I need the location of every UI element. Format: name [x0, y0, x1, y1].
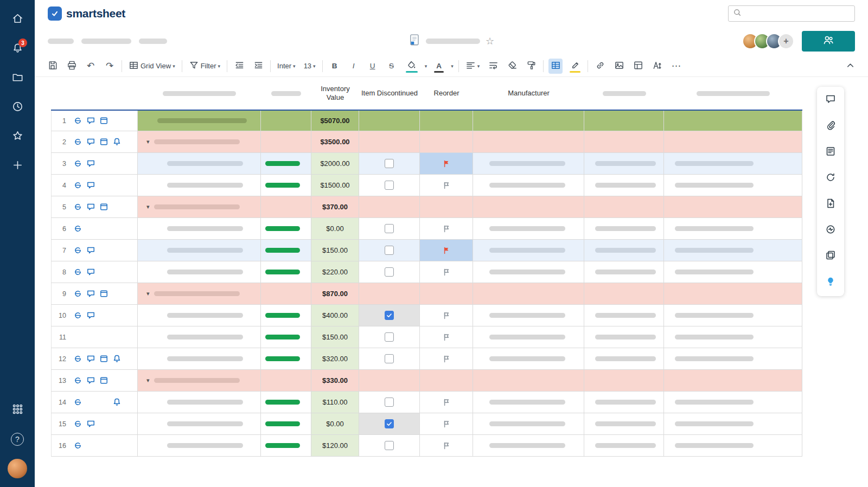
inventory-value-cell[interactable]: $110.00	[311, 392, 359, 413]
comment-icon[interactable]	[86, 181, 95, 190]
status-cell[interactable]	[261, 413, 311, 435]
discontinued-checkbox[interactable]	[385, 159, 394, 168]
proof-icon[interactable]	[99, 137, 108, 146]
primary-cell[interactable]	[138, 240, 261, 261]
collapse-row-icon[interactable]: ▾	[146, 290, 150, 297]
flag-outline-icon[interactable]	[442, 420, 451, 428]
bell-icon[interactable]	[112, 398, 122, 407]
fill-color-button[interactable]	[404, 59, 420, 74]
item-discontinued-cell[interactable]	[359, 175, 420, 196]
item-discontinued-cell[interactable]	[359, 131, 420, 153]
reorder-cell[interactable]	[420, 175, 473, 196]
comment-icon[interactable]	[86, 267, 95, 277]
conversations-button[interactable]	[825, 94, 837, 106]
primary-cell[interactable]: ▾	[138, 131, 261, 153]
collaborator-avatars[interactable]: +	[742, 33, 794, 49]
tips-button[interactable]	[825, 277, 837, 289]
row-header[interactable]: 6	[51, 218, 138, 240]
item-discontinued-cell[interactable]	[359, 283, 420, 305]
row-header[interactable]: 10	[51, 305, 138, 326]
inventory-value-cell[interactable]: $370.00	[311, 196, 359, 218]
attachment-icon[interactable]	[73, 159, 82, 168]
row-header[interactable]: 5	[51, 196, 138, 218]
extra-column-cell[interactable]	[584, 435, 664, 457]
bell-icon[interactable]	[112, 354, 122, 363]
column-header-manufacturer[interactable]: Manufacturer	[473, 89, 584, 98]
inventory-value-cell[interactable]: $870.00	[311, 283, 359, 305]
item-discontinued-cell[interactable]	[359, 435, 420, 457]
attachment-icon[interactable]	[73, 419, 82, 428]
clear-format-button[interactable]	[505, 59, 519, 74]
collapse-row-icon[interactable]: ▾	[146, 203, 150, 210]
insert-link-button[interactable]	[593, 59, 607, 74]
row-header[interactable]: 15	[51, 413, 138, 435]
apps-button[interactable]	[7, 399, 28, 421]
discontinued-checkbox[interactable]	[385, 441, 394, 450]
extra-column-cell[interactable]	[584, 175, 664, 196]
global-search[interactable]	[728, 5, 855, 22]
status-cell[interactable]	[261, 370, 311, 392]
sheet-title-redacted[interactable]	[426, 39, 480, 44]
status-cell[interactable]	[261, 240, 311, 261]
comment-icon[interactable]	[86, 289, 95, 298]
extra-column-cell[interactable]	[664, 326, 802, 348]
extra-column-cell[interactable]	[664, 131, 802, 153]
comment-icon[interactable]	[86, 159, 95, 168]
reorder-cell[interactable]	[420, 283, 473, 305]
card-layout-button[interactable]	[631, 59, 645, 74]
column-header-item-discontinued[interactable]: Item Discontinued	[359, 89, 420, 98]
row-header[interactable]: 7	[51, 240, 138, 261]
proofs-button[interactable]	[825, 146, 837, 158]
primary-cell[interactable]	[138, 392, 261, 413]
extra-column-cell[interactable]	[664, 175, 802, 196]
publish-button[interactable]	[825, 198, 837, 210]
discontinued-checkbox[interactable]	[385, 419, 394, 428]
column-header-inventory-value[interactable]: Inventory Value	[311, 85, 359, 102]
item-discontinued-cell[interactable]	[359, 261, 420, 283]
comment-icon[interactable]	[86, 376, 95, 385]
recents-button[interactable]	[7, 97, 28, 118]
discontinued-checkbox[interactable]	[385, 246, 394, 255]
align-button[interactable]: ▾	[464, 59, 482, 74]
primary-cell[interactable]	[138, 153, 261, 175]
reorder-cell[interactable]	[420, 413, 473, 435]
manufacturer-cell[interactable]	[473, 392, 584, 413]
column-header-status[interactable]	[261, 91, 311, 96]
extra-column-cell[interactable]	[664, 392, 802, 413]
inventory-value-cell[interactable]: $5070.00	[311, 111, 359, 131]
breadcrumb[interactable]	[48, 39, 167, 44]
manufacturer-cell[interactable]	[473, 240, 584, 261]
attachment-icon[interactable]	[73, 311, 82, 320]
extra-column-cell[interactable]	[584, 392, 664, 413]
item-discontinued-cell[interactable]	[359, 392, 420, 413]
redo-button[interactable]: ↷	[103, 59, 117, 74]
manufacturer-cell[interactable]	[473, 305, 584, 326]
item-discontinued-cell[interactable]	[359, 153, 420, 175]
extra-column-cell[interactable]	[584, 218, 664, 240]
inventory-value-cell[interactable]: $150.00	[311, 326, 359, 348]
comment-icon[interactable]	[86, 419, 95, 428]
attachment-icon[interactable]	[73, 202, 82, 212]
save-button[interactable]	[46, 59, 60, 74]
home-button[interactable]	[7, 9, 28, 30]
text-color-button[interactable]: A	[432, 59, 446, 74]
comment-icon[interactable]	[86, 354, 95, 363]
strikethrough-button[interactable]: S	[385, 59, 399, 74]
attachment-icon[interactable]	[73, 441, 82, 450]
create-button[interactable]	[7, 155, 28, 177]
row-header[interactable]: 8	[51, 261, 138, 283]
collapse-row-icon[interactable]: ▾	[146, 138, 150, 145]
discontinued-checkbox[interactable]	[385, 398, 394, 407]
column-header-extra-2[interactable]	[664, 91, 802, 96]
comment-icon[interactable]	[86, 116, 95, 125]
column-header-reorder[interactable]: Reorder	[420, 89, 473, 98]
inventory-value-cell[interactable]: $220.00	[311, 261, 359, 283]
manufacturer-cell[interactable]	[473, 261, 584, 283]
undo-button[interactable]: ↶	[84, 59, 98, 74]
collapse-toolbar-button[interactable]	[843, 59, 857, 74]
status-cell[interactable]	[261, 261, 311, 283]
inventory-value-cell[interactable]: $3500.00	[311, 131, 359, 153]
manufacturer-cell[interactable]	[473, 435, 584, 457]
reorder-cell[interactable]	[420, 261, 473, 283]
item-discontinued-cell[interactable]	[359, 348, 420, 370]
